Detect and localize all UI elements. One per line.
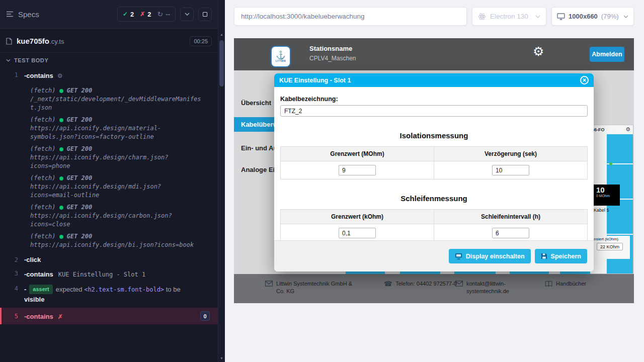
email-text: kontakt@littwin-systemtechnik.de	[466, 280, 519, 295]
loop-grenzwert-input[interactable]	[339, 228, 376, 238]
loop-section-title: Schleifenmessung	[280, 194, 588, 203]
fetch-status: GET 200	[67, 116, 93, 124]
loop-readout: ansiert (kOhm) 22 KOhm	[590, 236, 630, 259]
command-number: 3	[0, 269, 24, 277]
save-label: Speichern	[551, 253, 581, 260]
command-contains-2[interactable]: 3 -containsKUE Einstellung - Slot 1	[0, 266, 218, 282]
slot-gear-icon[interactable]: ⚙	[625, 126, 630, 133]
command-method: -contains	[24, 270, 53, 278]
command-contains-1[interactable]: 1 -contains⚙	[0, 68, 218, 83]
nav-item-analoge-eingaenge[interactable]: Analoge Ei	[241, 166, 275, 173]
failed-count: 2	[147, 11, 151, 18]
nav-item-uebersicht[interactable]: Übersicht	[241, 99, 271, 107]
logout-button[interactable]: Abmelden	[590, 47, 624, 62]
stop-icon	[203, 12, 207, 17]
network-log-entry[interactable]: (fetch)GET 200 https://api.iconify.desig…	[30, 145, 202, 170]
specs-menu-button[interactable]: Specs	[6, 10, 39, 19]
section-label: TEST BODY	[14, 57, 48, 63]
fetch-status: GET 200	[67, 86, 93, 95]
url-bar	[234, 7, 467, 26]
isolation-col-grenzwert: Grenzwert (MOhm)	[281, 147, 434, 161]
modal-title: KUE Einstellung - Slot 1	[279, 77, 351, 84]
status-dot-icon	[59, 176, 63, 180]
specs-label: Specs	[18, 10, 39, 19]
assert-word: to	[166, 286, 172, 293]
chevron-down-icon	[185, 13, 190, 16]
fetch-url: https://api.iconify.design/mdi.json?icon…	[30, 183, 202, 200]
save-button[interactable]: Speichern	[535, 249, 587, 263]
station-value: CPLV4_Maschen	[309, 55, 356, 62]
fetch-url: /_next/static/development/_devMiddleware…	[30, 95, 202, 112]
close-icon[interactable]: ✕	[580, 76, 589, 84]
nav-item-kabelueberwachung[interactable]: Kabelüberw	[234, 117, 280, 132]
assert-word: visible	[24, 296, 44, 303]
aut-frame: ⚓ LITTWIN Stationsname CPLV4_Maschen ⚙ A…	[234, 38, 634, 303]
scroll-up-arrow[interactable]: ▲	[218, 30, 225, 38]
collapse-button[interactable]	[180, 8, 194, 21]
command-number: 2	[0, 256, 24, 263]
display-on-button[interactable]: Display einschalten	[449, 249, 531, 263]
aut-toolbar: Electron 130 1000x660 (79%)	[234, 7, 634, 26]
phone-icon: ☎	[384, 281, 392, 287]
assert-word: expected	[56, 286, 83, 293]
cable-name-input[interactable]	[280, 105, 588, 117]
isolation-grenzwert-input[interactable]	[339, 165, 376, 175]
status-led-icon	[609, 162, 612, 165]
nav-item-ein-und-ausgaenge[interactable]: Ein- und Au	[241, 144, 277, 152]
viewport-selector[interactable]: 1000x660 (79%)	[551, 7, 634, 26]
url-input[interactable]	[241, 13, 460, 20]
command-assert[interactable]: 4 -assertexpected <h2.text-sm.font-bold>…	[0, 282, 218, 308]
stop-button[interactable]	[198, 8, 212, 21]
spec-file-row[interactable]: kue705fo.cy.ts 00:25	[0, 29, 218, 53]
chevron-down-icon	[535, 15, 540, 18]
network-log-entry[interactable]: (fetch)GET 200 https://api.iconify.desig…	[30, 116, 202, 141]
fetch-label: (fetch)	[30, 145, 56, 153]
fetch-label: (fetch)	[30, 116, 56, 124]
command-click[interactable]: 2 -click	[0, 253, 218, 266]
command-number: 5	[2, 312, 24, 320]
error-x-icon: ✗	[58, 313, 63, 320]
test-body-section-toggle[interactable]: TEST BODY	[0, 53, 218, 68]
kue-settings-modal: KUE Einstellung - Slot 1 ✕ Kabelbezeichn…	[274, 73, 594, 272]
fetch-status: GET 200	[67, 232, 93, 241]
footer-manuals[interactable]: Handbücher	[545, 280, 586, 288]
fetch-label: (fetch)	[30, 232, 56, 241]
network-log-entry[interactable]: (fetch)GET 200 https://api.iconify.desig…	[30, 232, 202, 249]
scrollbar-track[interactable]	[218, 38, 225, 354]
app-header	[234, 38, 634, 70]
assert-badge: assert	[29, 285, 52, 294]
network-log-entry[interactable]: (fetch)GET 200 https://api.iconify.desig…	[30, 174, 202, 200]
anchor-icon: ⚓	[276, 51, 286, 59]
spec-name: kue705fo	[17, 37, 49, 45]
stat-pending[interactable]: ↻--	[157, 10, 170, 18]
isolation-verzoegerung-input[interactable]	[492, 165, 529, 175]
book-icon	[545, 281, 552, 287]
scrollbar-thumb[interactable]	[219, 40, 224, 86]
command-contains-failed[interactable]: 5 -contains✗ 0	[0, 308, 218, 324]
email-icon	[455, 281, 463, 287]
loop-intervall-input[interactable]	[492, 228, 529, 238]
fetch-label: (fetch)	[30, 203, 56, 212]
stat-passed[interactable]: ✓2	[123, 11, 134, 18]
browser-selector[interactable]: Electron 130	[472, 7, 546, 26]
settings-gear-icon[interactable]: ⚙	[533, 44, 544, 59]
kabel-label: Kabel 5	[594, 208, 609, 213]
file-icon	[6, 38, 12, 45]
footer-company: Littwin Systemtechnik GmbH & Co. KG	[265, 280, 358, 295]
display-on-label: Display einschalten	[466, 253, 525, 260]
isolation-section-title: Isolationsmessung	[280, 131, 588, 140]
network-log-entry[interactable]: (fetch)GET 200 /_next/static/development…	[30, 86, 202, 112]
footer-email[interactable]: kontakt@littwin-systemtechnik.de	[455, 280, 519, 295]
loop-table: Grenzwert (kOhm) Schleifenintervall (h)	[280, 209, 588, 242]
command-number: 4	[0, 285, 24, 292]
spec-duration: 00:25	[190, 36, 212, 46]
check-icon: ✓	[123, 11, 128, 18]
status-dot-icon	[59, 235, 63, 239]
scroll-down-arrow[interactable]: ▼	[218, 354, 225, 362]
assert-selector: <h2.text-sm.font-bold>	[84, 286, 164, 293]
reporter-scrollbar[interactable]: ▲ ▼	[218, 0, 225, 362]
command-number: 1	[0, 71, 24, 78]
network-log-entry[interactable]: (fetch)GET 200 https://api.iconify.desig…	[30, 203, 202, 229]
stat-failed[interactable]: ✗2	[140, 11, 151, 18]
refresh-icon: ↻	[157, 10, 164, 18]
